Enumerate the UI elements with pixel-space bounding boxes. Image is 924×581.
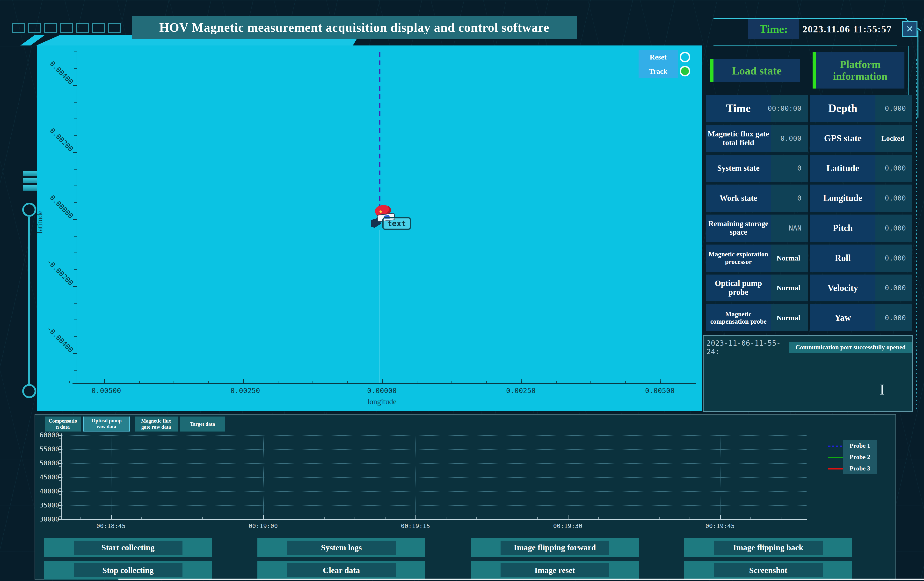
- button-label: Image reset: [500, 563, 609, 578]
- chart-x-tick-label: 00:19:45: [696, 523, 744, 530]
- tab-label: Magnetic flux gate raw data: [137, 418, 175, 430]
- system-logs-button[interactable]: System logs: [257, 538, 426, 557]
- log-output[interactable]: 2023-11-06-11-55-24: Communication port …: [703, 335, 912, 412]
- load-state-row: Magnetic exploration processor Normal: [706, 245, 808, 271]
- row-value: 0.000: [875, 155, 912, 182]
- load-state-row: Time 00:00:00: [706, 95, 808, 122]
- row-label: Magnetic compensation probe: [706, 304, 771, 331]
- page-title: HOV Magnetic measurement acquisition dis…: [159, 20, 549, 35]
- tab-compensation-data[interactable]: Compensation data: [45, 417, 81, 432]
- track-dashed-line: [379, 52, 380, 208]
- map-x-tick-label: -0.00500: [68, 387, 140, 395]
- time-label: Time:: [748, 19, 799, 39]
- gridline: [111, 435, 111, 519]
- gridline: [416, 435, 416, 519]
- button-label: Stop collecting: [74, 563, 183, 578]
- platform-row: Velocity 0.000: [810, 275, 912, 301]
- chart-y-tick-label: 35000: [37, 502, 59, 509]
- row-value: 0.000: [875, 215, 912, 242]
- stop-collecting-button[interactable]: Stop collecting: [44, 561, 212, 579]
- image-reset-button[interactable]: Image reset: [471, 561, 639, 579]
- map-tick: [382, 379, 383, 383]
- load-state-row: Remaining storage space NAN: [706, 215, 808, 242]
- row-label: Magnetic exploration processor: [706, 245, 771, 271]
- row-value: 0.000: [875, 304, 912, 331]
- tab-label: Compensation data: [49, 418, 77, 430]
- deco-square: [60, 23, 73, 33]
- deco-square: [108, 23, 121, 33]
- button-label: Image flipping forward: [500, 541, 609, 555]
- chart-tick: [568, 515, 568, 519]
- clear-data-button[interactable]: Clear data: [257, 561, 426, 579]
- probe1-line-sample: [828, 445, 843, 447]
- map-y-tick-label: -0.00200: [43, 256, 75, 287]
- close-icon[interactable]: ✕: [902, 21, 917, 37]
- track-label: Track: [649, 67, 667, 76]
- map-x-axis-label: longitude: [346, 397, 418, 406]
- map-tick: [73, 353, 77, 354]
- row-value: 0.000: [875, 245, 912, 271]
- reset-radio[interactable]: [680, 52, 690, 63]
- map-x-tick-label: 0.00250: [485, 387, 557, 395]
- tab-optical-pump-raw-data[interactable]: Optical pump raw data: [83, 417, 130, 432]
- row-status: Locked: [875, 125, 912, 152]
- tab-label: Target data: [190, 421, 215, 427]
- chart-tick: [416, 515, 416, 519]
- map-legend: Reset Track: [639, 50, 678, 78]
- gridline: [263, 435, 264, 519]
- tab-target-data[interactable]: Target data: [180, 417, 225, 432]
- load-state-row: Magnetic flux gate total field 0.000: [706, 125, 808, 152]
- legend-entry: Probe 2: [850, 454, 870, 461]
- platform-row: GPS state Locked: [810, 125, 912, 152]
- title-bar: HOV Magnetic measurement acquisition dis…: [132, 16, 577, 39]
- map-crosshair-vertical: [380, 230, 380, 383]
- gridline: [62, 491, 807, 492]
- gridline: [62, 477, 807, 478]
- map-y-tick-label: 0.00000: [43, 189, 75, 220]
- row-value: 00:00:00: [771, 95, 808, 122]
- deco-square: [92, 23, 105, 33]
- legend-entry: Probe 3: [850, 465, 870, 472]
- app-window: HOV Magnetic measurement acquisition dis…: [0, 0, 924, 581]
- image-flipping-forward-button[interactable]: Image flipping forward: [471, 538, 639, 557]
- gridline: [720, 435, 721, 519]
- track-map-plot[interactable]: 0.00400 0.00200 0.00000 -0.00200 -0.0040…: [37, 45, 702, 411]
- row-value: 0.000: [875, 95, 912, 122]
- map-tick: [73, 85, 77, 86]
- deco-square: [44, 23, 57, 33]
- row-label: Work state: [706, 185, 771, 212]
- image-flipping-back-button[interactable]: Image flipping back: [684, 538, 852, 557]
- chart-x-tick-label: 00:18:45: [87, 523, 135, 530]
- map-x-tick-label: -0.00250: [207, 387, 279, 395]
- map-y-axis-label: latitude: [35, 198, 44, 246]
- row-label: Latitude: [810, 155, 875, 182]
- platform-information-title: Platform information: [813, 52, 904, 89]
- map-x-tick-label: 0.00000: [346, 387, 418, 395]
- map-y-tick-label: 0.00200: [43, 122, 75, 153]
- screenshot-button[interactable]: Screenshot: [684, 561, 852, 579]
- deco-circle: [22, 203, 36, 217]
- hov-vehicle-marker: text: [370, 203, 413, 235]
- platform-row: Latitude 0.000: [810, 155, 912, 182]
- button-label: Clear data: [287, 563, 396, 578]
- row-label: Time: [706, 95, 771, 122]
- chart-legend: Probe 1 Probe 2 Probe 3: [843, 440, 877, 474]
- map-x-minor-ticks: [69, 381, 696, 383]
- deco-frame-line: [713, 18, 907, 19]
- gridline: [568, 435, 568, 519]
- load-state-title: Load state: [710, 59, 800, 82]
- chart-y-tick-label: 40000: [37, 487, 59, 495]
- deco-squares: [12, 23, 124, 34]
- tab-magnetic-flux-gate-raw-data[interactable]: Magnetic flux gate raw data: [135, 417, 178, 432]
- row-value: 0.000: [875, 275, 912, 301]
- deco-bottom-line: [119, 579, 924, 580]
- row-label: Longitude: [810, 185, 875, 212]
- row-label: Optical pump probe: [706, 275, 771, 301]
- map-tick: [660, 379, 660, 383]
- track-radio[interactable]: [680, 66, 690, 76]
- row-value: NAN: [771, 215, 808, 242]
- deco-square: [12, 23, 25, 33]
- chart-y-tick-label: 55000: [37, 445, 59, 453]
- button-label: System logs: [287, 541, 396, 555]
- start-collecting-button[interactable]: Start collecting: [44, 538, 212, 557]
